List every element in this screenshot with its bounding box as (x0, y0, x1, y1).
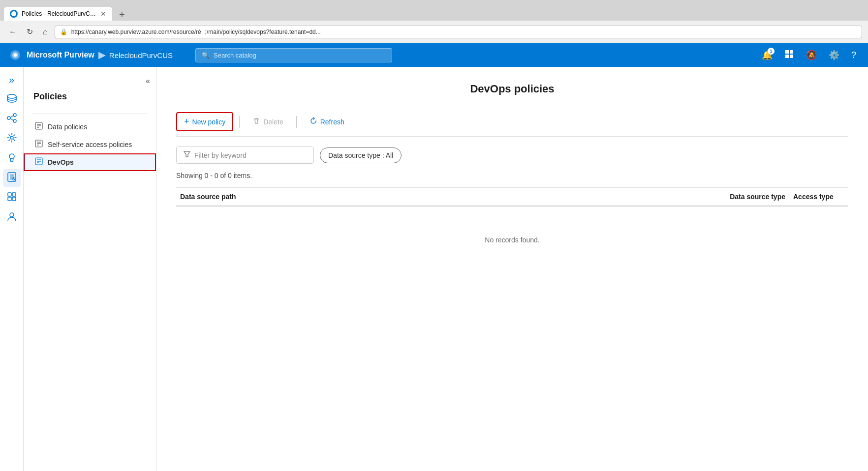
refresh-button[interactable]: ↻ (24, 25, 36, 38)
col-path-header: Data source path (176, 193, 582, 201)
lock-icon: 🔒 (60, 29, 67, 35)
new-policy-button[interactable]: + New policy (176, 112, 233, 131)
home-button[interactable]: ⌂ (40, 26, 51, 38)
delete-icon (252, 117, 260, 127)
svg-line-12 (10, 116, 13, 118)
layout-icon (784, 51, 794, 61)
sidebar-divider (31, 114, 148, 114)
count-text: Showing 0 - 0 of 0 items. (176, 172, 848, 179)
table-container: Data source path Data source type Access… (176, 187, 848, 273)
datasource-filter-label: Data source type : All (328, 151, 393, 159)
col-type-header: Data source type (582, 193, 789, 201)
keyword-filter-input[interactable]: Filter by keyword (176, 147, 314, 164)
svg-point-14 (10, 136, 13, 139)
header-icons: 🔔 1 🔕 ⚙️ ? (760, 47, 858, 63)
url-text-right: ;/main/policy/sqldevops?feature.tenant=d… (205, 29, 321, 35)
app-header: Microsoft Purview ▶ RelecloudPurvCUS 🔍 S… (0, 43, 868, 67)
account-icon (6, 211, 17, 224)
data-catalog-icon (6, 93, 17, 106)
sidebar: « Policies Data policies Self-service ac… (24, 67, 156, 471)
app-name: Microsoft Purview (27, 51, 94, 59)
icon-nav: » (0, 67, 24, 471)
icon-nav-policies[interactable] (3, 169, 21, 187)
nav-bar: ← ↻ ⌂ 🔒 https://canary.web.purview.azure… (0, 21, 868, 43)
insights-icon (6, 152, 17, 165)
sidebar-item-devops[interactable]: DevOps (24, 153, 156, 171)
tools-icon (6, 191, 17, 205)
page-title: DevOps policies (176, 83, 848, 95)
svg-point-10 (13, 114, 16, 117)
alerts-button[interactable]: 🔕 (804, 48, 819, 62)
svg-point-0 (11, 11, 16, 16)
search-bar[interactable]: 🔍 Search catalog (195, 48, 392, 62)
icon-nav-manage[interactable] (3, 130, 21, 147)
back-button[interactable]: ← (6, 26, 20, 38)
icon-nav-expand[interactable]: » (3, 71, 21, 88)
sidebar-item-label-devops: DevOps (48, 158, 74, 166)
svg-rect-22 (12, 193, 16, 196)
icon-nav-account[interactable] (3, 208, 21, 226)
tab-close-button[interactable]: ✕ (100, 10, 106, 18)
svg-point-3 (14, 54, 17, 57)
url-text: https://canary.web.purview.azure.com/res… (71, 29, 201, 35)
toolbar-separator-2 (296, 116, 297, 128)
svg-point-11 (13, 119, 16, 122)
address-bar[interactable]: 🔒 https://canary.web.purview.azure.com/r… (55, 26, 862, 38)
search-placeholder: Search catalog (214, 52, 256, 59)
svg-rect-7 (790, 55, 793, 58)
svg-point-25 (10, 213, 14, 217)
col-access-header: Access type (789, 193, 848, 201)
svg-rect-21 (8, 193, 11, 196)
sidebar-title: Policies (24, 91, 156, 110)
datasource-type-filter[interactable]: Data source type : All (320, 147, 402, 163)
collapse-sidebar-button[interactable]: « (146, 77, 150, 86)
no-records-message: No records found. (176, 206, 848, 273)
icon-nav-insights[interactable] (3, 149, 21, 167)
icon-nav-tools[interactable] (3, 189, 21, 206)
brand-name (10, 50, 23, 60)
refresh-icon (310, 117, 317, 127)
new-policy-label: New policy (192, 118, 226, 126)
settings-button[interactable]: ⚙️ (827, 48, 841, 62)
layout-button[interactable] (782, 47, 796, 63)
filters-row: Filter by keyword Data source type : All (176, 147, 848, 164)
delete-label: Delete (263, 118, 283, 126)
brand: Microsoft Purview ▶ RelecloudPurvCUS (10, 50, 173, 60)
svg-marker-38 (184, 151, 190, 157)
delete-button[interactable]: Delete (246, 114, 290, 130)
sidebar-item-data-policies[interactable]: Data policies (24, 118, 156, 136)
svg-rect-23 (8, 197, 11, 201)
help-icon: ? (851, 50, 856, 60)
svg-rect-24 (12, 197, 16, 201)
active-tab[interactable]: Policies - RelecloudPurvCUS - M ✕ (4, 7, 112, 21)
self-service-icon (35, 140, 43, 149)
svg-rect-6 (785, 55, 789, 58)
svg-rect-4 (785, 50, 789, 54)
devops-icon (35, 157, 43, 167)
sidebar-collapse-area: « (24, 77, 156, 91)
svg-point-9 (7, 117, 10, 119)
refresh-button[interactable]: Refresh (303, 114, 351, 130)
refresh-label: Refresh (320, 118, 344, 126)
toolbar-separator-1 (239, 116, 240, 128)
svg-line-13 (10, 118, 13, 120)
chevron-left-icon: « (146, 77, 150, 85)
alert-bell-icon: 🔕 (806, 50, 817, 60)
svg-point-8 (7, 94, 16, 98)
manage-icon (6, 132, 17, 146)
svg-rect-5 (790, 50, 793, 54)
search-icon: 🔍 (202, 52, 210, 59)
help-button[interactable]: ? (849, 48, 858, 62)
plus-icon: + (184, 117, 189, 127)
sidebar-item-label-self-service: Self-service access policies (48, 141, 132, 148)
settings-gear-icon: ⚙️ (829, 50, 839, 60)
brand-separator: ▶ (98, 50, 105, 60)
icon-nav-data-catalog[interactable] (3, 90, 21, 108)
main-content: DevOps policies + New policy Delete Refr… (156, 67, 868, 471)
notification-button[interactable]: 🔔 1 (760, 48, 775, 62)
icon-nav-connections[interactable] (3, 110, 21, 128)
tab-title: Policies - RelecloudPurvCUS - M (22, 10, 96, 17)
new-tab-button[interactable]: + (116, 9, 128, 21)
data-policies-icon (35, 122, 43, 132)
sidebar-item-self-service[interactable]: Self-service access policies (24, 136, 156, 153)
